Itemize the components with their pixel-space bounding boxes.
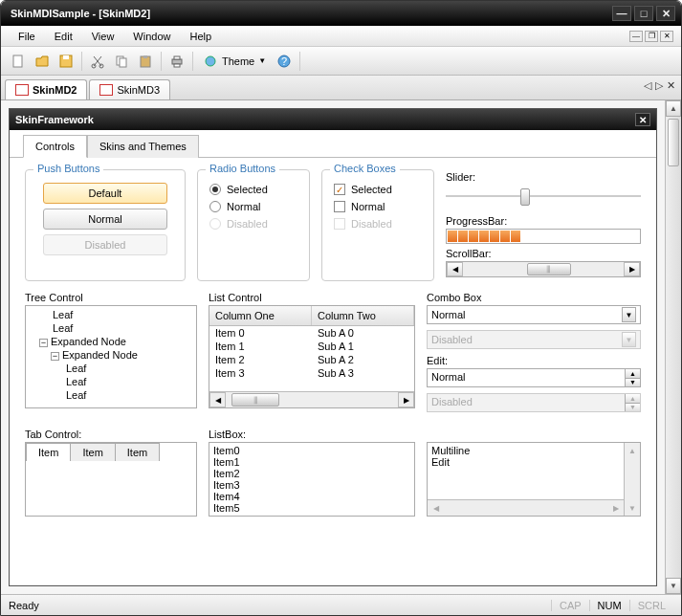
listbox-item[interactable]: Item1 [213,456,410,468]
tab-close-icon[interactable]: ✕ [667,79,675,92]
mdi-close-icon[interactable]: ✕ [660,31,673,42]
multiline-vscroll[interactable]: ▲ ▼ [624,443,640,516]
menu-edit[interactable]: Edit [45,28,82,45]
tab-control: Item Item Item [25,442,197,517]
list-row[interactable]: Item 3Sub A 3 [209,366,414,380]
theme-dropdown[interactable]: Theme ▼ [197,50,272,73]
scroll-right-icon[interactable]: ▶ [398,392,414,407]
list-control[interactable]: Column One Column Two Item 0Sub A 0 Item… [209,305,415,408]
list-row[interactable]: Item 1Sub A 1 [209,340,414,353]
listbox-item[interactable]: Item4 [213,491,410,502]
tree-node[interactable]: −Expanded Node [28,348,194,362]
scroll-left-icon[interactable]: ◀ [428,500,444,516]
radio-selected[interactable]: Selected [209,184,297,195]
doc-tab-2[interactable]: SkinMD3 [89,79,170,99]
help-icon[interactable]: ? [273,50,296,73]
scroll-left-icon[interactable]: ◀ [447,262,463,276]
edit-normal[interactable]: Normal▲▼ [427,368,641,387]
check-normal[interactable]: Normal [334,201,422,212]
close-button[interactable]: ✕ [656,6,675,21]
minimize-button[interactable]: — [612,6,631,21]
tab-next-icon[interactable]: ▷ [655,79,663,92]
col-one[interactable]: Column One [209,306,312,325]
mdi-restore-icon[interactable]: ❐ [645,31,658,42]
edit-label: Edit: [427,355,641,366]
tree-leaf[interactable]: Leaf [28,362,194,375]
title-bar: SkinMDISample - [SkinMD2] — □ ✕ [1,1,681,26]
scroll-up-icon[interactable]: ▲ [625,443,640,458]
multiline-text: Multiline [431,445,620,456]
radio-normal[interactable]: Normal [209,201,297,212]
scroll-thumb[interactable]: ⦀ [527,263,571,275]
print-icon[interactable] [165,50,188,73]
check-selected[interactable]: ✓Selected [334,184,422,195]
combo-normal[interactable]: Normal▼ [427,305,641,324]
copy-icon[interactable] [110,50,133,73]
open-file-icon[interactable] [31,50,54,73]
svg-rect-0 [13,55,22,67]
tree-leaf[interactable]: Leaf [28,308,194,321]
menu-window[interactable]: Window [123,28,180,45]
doc-tab-1[interactable]: SkinMD2 [5,79,87,99]
tab-control-label: Tab Control: [25,429,197,440]
scroll-down-icon[interactable]: ▼ [625,500,640,516]
scroll-up-icon[interactable]: ▲ [666,100,681,117]
spin-up-icon: ▲ [625,394,640,404]
chevron-down-icon[interactable]: ▼ [622,307,636,322]
menu-help[interactable]: Help [180,28,221,45]
tab-skins[interactable]: Skins and Themes [87,135,199,158]
listbox-item[interactable]: Item2 [213,468,410,479]
tree-leaf[interactable]: Leaf [28,375,194,388]
slider[interactable] [446,187,641,206]
scroll-down-icon[interactable]: ▼ [666,578,681,594]
cut-icon[interactable] [86,50,109,73]
normal-button[interactable]: Normal [43,209,167,230]
spin-up-icon[interactable]: ▲ [625,369,640,379]
list-header[interactable]: Column One Column Two [209,306,414,326]
scroll-right-icon[interactable]: ▶ [607,500,624,516]
tree-node[interactable]: −Expanded Node [28,335,194,348]
svg-rect-10 [174,56,180,59]
tree-leaf[interactable]: Leaf [28,388,194,402]
tabctrl-item[interactable]: Item [70,443,115,461]
collapse-icon[interactable]: − [39,339,48,347]
multiline-hscroll[interactable]: ◀ ▶ [428,499,624,516]
tabctrl-item[interactable]: Item [26,443,71,461]
tab-controls[interactable]: Controls [23,135,87,158]
listbox-item[interactable]: Item6 [213,514,410,517]
scroll-right-icon[interactable]: ▶ [624,262,640,276]
spin-down-icon[interactable]: ▼ [625,379,640,387]
child-close-button[interactable]: ✕ [635,113,650,126]
scroll-thumb[interactable]: ⦀ [231,393,279,407]
mdi-minimize-icon[interactable]: — [629,31,643,42]
list-hscroll[interactable]: ◀ ⦀ ▶ [209,391,414,407]
scroll-left-icon[interactable]: ◀ [209,392,226,407]
tree-control[interactable]: Leaf Leaf −Expanded Node −Expanded Node … [25,305,197,408]
multiline-edit[interactable]: Multiline Edit ◀ ▶ [427,442,641,517]
listbox-item[interactable]: Item3 [213,479,410,491]
new-file-icon[interactable] [7,50,30,73]
scroll-thumb[interactable] [668,119,679,166]
menu-view[interactable]: View [82,28,124,45]
status-num: NUM [589,600,629,611]
tabctrl-item[interactable]: Item [115,443,160,461]
default-button[interactable]: Default [43,183,167,204]
collapse-icon[interactable]: − [51,352,59,361]
scrollbar[interactable]: ◀ ⦀ ▶ [446,261,641,277]
listbox[interactable]: Item0 Item1 Item2 Item3 Item4 Item5 Item… [209,442,415,517]
client-vscroll[interactable]: ▲ ▼ [665,100,681,594]
listbox-item[interactable]: Item5 [213,502,410,514]
list-row[interactable]: Item 0Sub A 0 [209,326,414,340]
disabled-button: Disabled [43,234,167,255]
col-two[interactable]: Column Two [312,306,414,325]
paste-icon[interactable] [134,50,157,73]
slider-thumb[interactable] [520,188,530,206]
list-row[interactable]: Item 2Sub A 2 [209,353,414,366]
tree-leaf[interactable]: Leaf [28,321,194,335]
multiline-text: Edit [431,456,620,468]
menu-file[interactable]: File [9,28,45,45]
tab-prev-icon[interactable]: ◁ [644,79,651,92]
save-icon[interactable] [55,50,77,73]
listbox-item[interactable]: Item0 [213,445,410,456]
maximize-button[interactable]: □ [634,6,653,21]
